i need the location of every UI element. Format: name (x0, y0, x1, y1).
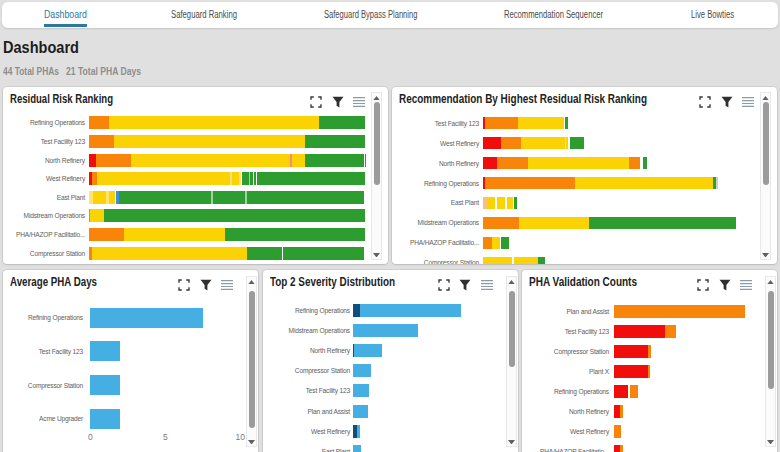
bar-segment-red[interactable] (614, 345, 649, 358)
scroll-up-arrow[interactable] (766, 277, 775, 286)
bar-segment-orange[interactable] (665, 325, 677, 338)
scroll-down-arrow[interactable] (247, 437, 256, 446)
bar-segment-skyBlue[interactable] (357, 425, 360, 438)
scroll-up-arrow[interactable] (761, 93, 770, 102)
bar-segment-yellow[interactable] (521, 137, 565, 149)
bar-segment-green[interactable] (589, 217, 735, 229)
scroll-up-arrow[interactable] (247, 277, 256, 286)
tab-safeguard-ranking[interactable]: Safeguard Ranking (171, 2, 237, 28)
scroll-thumb[interactable] (374, 102, 380, 185)
scroll-down-arrow[interactable] (507, 437, 516, 446)
tab-safeguard-bypass-planning[interactable]: Safeguard Bypass Planning (324, 2, 417, 28)
bar-segment-yellow[interactable] (124, 228, 225, 241)
bar-segment-yellow[interactable] (292, 154, 305, 167)
bar-segment-yellow[interactable] (487, 197, 495, 209)
bar-segment-yellow[interactable] (575, 177, 714, 189)
bar-segment-orange[interactable] (648, 365, 650, 378)
bar-segment-yellow[interactable] (492, 237, 500, 249)
bar-segment-green[interactable] (365, 154, 366, 167)
bar-segment-yellow[interactable] (131, 154, 291, 167)
bar-segment-yellow[interactable] (90, 209, 103, 222)
bar-segment-yellow[interactable] (114, 135, 305, 148)
bar-segment-green[interactable] (247, 247, 283, 260)
bar-segment-orange[interactable] (485, 177, 574, 189)
bar-segment-gray[interactable] (716, 177, 719, 189)
bar-segment-orange[interactable] (497, 157, 528, 169)
bar-segment-orange[interactable] (630, 385, 639, 398)
bar-segment-green[interactable] (119, 191, 211, 204)
bar-segment-red[interactable] (483, 137, 501, 149)
vertical-scrollbar[interactable] (765, 276, 776, 447)
bar-segment-yellow[interactable] (514, 257, 538, 264)
bar-segment-orange[interactable] (89, 135, 114, 148)
bar-segment-orange[interactable] (89, 228, 124, 241)
bar-segment[interactable] (90, 341, 120, 361)
bar-segment[interactable] (90, 308, 203, 328)
scroll-down-arrow[interactable] (372, 250, 381, 259)
bar-segment-green[interactable] (319, 116, 365, 129)
bar-segment-skyBlue[interactable] (353, 384, 369, 397)
bar-segment-orange[interactable] (96, 154, 131, 167)
tab-dashboard[interactable]: Dashboard (44, 2, 87, 28)
scroll-up-arrow[interactable] (507, 277, 516, 286)
bar-segment-skyBlue[interactable] (360, 304, 460, 317)
bar-segment-red[interactable] (614, 385, 629, 398)
bar-segment-skyBlue[interactable] (353, 364, 371, 377)
bar-segment-skyBlue[interactable] (354, 344, 383, 357)
bar-segment-orange[interactable] (483, 217, 519, 229)
bar-segment-orange[interactable] (614, 425, 622, 438)
bar-segment-red[interactable] (614, 325, 665, 338)
tab-live-bowties[interactable]: Live Bowties (691, 2, 734, 28)
bar-segment-green[interactable] (305, 135, 365, 148)
bar-segment-yellow[interactable] (519, 217, 590, 229)
bar-segment-orange[interactable] (648, 345, 651, 358)
bar-segment-skyBlue[interactable] (353, 324, 418, 337)
bar-segment-orange[interactable] (483, 237, 492, 249)
bar-segment-green[interactable] (305, 154, 364, 167)
bar-segment-orange[interactable] (629, 157, 640, 169)
bar-segment-red[interactable] (483, 157, 497, 169)
bar-segment-green[interactable] (247, 191, 364, 204)
vertical-scrollbar[interactable] (371, 92, 382, 260)
bar-segment-yellow[interactable] (483, 257, 512, 264)
bar-segment-skyBlue[interactable] (353, 445, 362, 452)
bar-segment-yellow[interactable] (497, 197, 505, 209)
vertical-scrollbar[interactable] (246, 276, 257, 447)
bar-segment-green[interactable] (538, 257, 545, 264)
bar-segment-orange[interactable] (501, 137, 521, 149)
bar-segment-navy[interactable] (353, 304, 361, 317)
bar-segment-green[interactable] (501, 237, 509, 249)
bar-segment-orange[interactable] (485, 117, 517, 129)
bar-segment-green[interactable] (257, 172, 365, 185)
bar-segment-green[interactable] (213, 191, 245, 204)
bar-segment-green[interactable] (283, 247, 364, 260)
bar-segment-yellow[interactable] (93, 191, 107, 204)
bar-segment-yellow[interactable] (528, 157, 629, 169)
bar-segment[interactable] (90, 375, 120, 395)
bar-segment-green[interactable] (514, 197, 517, 209)
scroll-up-arrow[interactable] (372, 93, 381, 102)
bar-segment-green[interactable] (104, 209, 365, 222)
bar-segment-yellow[interactable] (109, 116, 318, 129)
bar-segment-green[interactable] (242, 172, 249, 185)
bar-segment-red[interactable] (614, 445, 621, 452)
bar-segment-skyBlue[interactable] (353, 405, 369, 418)
bar-segment-green[interactable] (225, 228, 365, 241)
vertical-scrollbar[interactable] (760, 92, 771, 260)
bar-segment-orange[interactable] (620, 405, 623, 418)
bar-segment-yellow[interactable] (97, 172, 231, 185)
bar-segment-green[interactable] (570, 137, 584, 149)
bar-segment-green[interactable] (643, 157, 647, 169)
bar-segment-red[interactable] (614, 365, 649, 378)
bar-segment-orange[interactable] (89, 116, 109, 129)
bar-segment[interactable] (90, 409, 120, 429)
bar-segment-red[interactable] (89, 154, 96, 167)
scroll-thumb[interactable] (768, 291, 774, 389)
scroll-down-arrow[interactable] (766, 437, 775, 446)
bar-segment-yellow[interactable] (518, 117, 565, 129)
vertical-scrollbar[interactable] (506, 276, 517, 447)
bar-segment-green[interactable] (565, 117, 568, 129)
bar-segment-orange[interactable] (614, 305, 745, 318)
bar-segment-orange[interactable] (620, 445, 622, 452)
bar-segment-yellow[interactable] (92, 247, 247, 260)
